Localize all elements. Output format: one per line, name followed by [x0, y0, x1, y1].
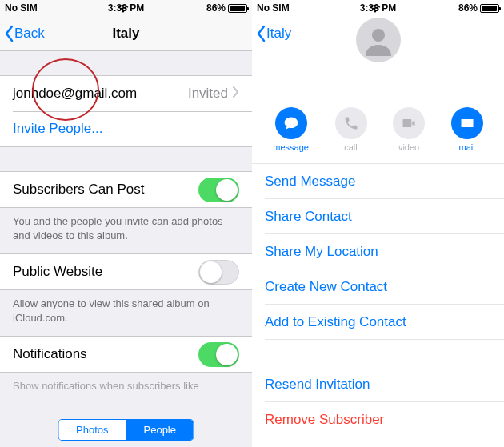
message-action[interactable]: message — [273, 107, 309, 152]
svg-point-0 — [372, 29, 385, 42]
subscribers-note: You and the people you invite can add ph… — [0, 208, 252, 253]
mail-action[interactable]: mail — [451, 107, 483, 152]
status-bar: No SIM 3:38 PM 86% — [0, 0, 252, 16]
people-group: jonhdoe@gmail.com Invited Invite People.… — [0, 75, 252, 147]
status-bar: No SIM 3:38 PM 86% — [252, 0, 504, 16]
public-website-note: Allow anyone to view this shared album o… — [0, 290, 252, 336]
chevron-right-icon — [233, 86, 239, 102]
segment-people[interactable]: People — [126, 420, 194, 440]
notifications-note: Show notifications when subscribers like — [0, 373, 252, 405]
call-action[interactable]: call — [335, 107, 367, 152]
create-contact-row[interactable]: Create New Contact — [252, 269, 504, 305]
back-label: Italy — [266, 26, 291, 42]
invite-people-button[interactable]: Invite People... — [0, 111, 252, 146]
subscribers-can-post-switch[interactable] — [198, 178, 239, 202]
battery-icon — [480, 4, 499, 13]
mail-icon — [459, 115, 475, 131]
video-icon — [401, 115, 417, 131]
add-to-existing-row[interactable]: Add to Existing Contact — [252, 305, 504, 340]
segment-photos[interactable]: Photos — [58, 420, 126, 440]
subscriber-row[interactable]: jonhdoe@gmail.com Invited — [0, 76, 252, 111]
contact-avatar — [356, 18, 401, 62]
battery-icon — [228, 4, 247, 13]
subscribers-can-post-row: Subscribers Can Post — [0, 172, 252, 207]
message-icon — [283, 115, 299, 131]
nav-bar: Back Italy — [0, 16, 252, 51]
resend-invitation-row[interactable]: Resend Invitation — [252, 367, 504, 402]
page-title: Italy — [0, 26, 252, 42]
subscriber-status: Invited — [188, 86, 228, 102]
clock: 3:38 PM — [252, 2, 504, 14]
remove-subscriber-row[interactable]: Remove Subscriber — [252, 402, 504, 437]
send-message-row[interactable]: Send Message — [252, 164, 504, 199]
subscriber-email: jonhdoe@gmail.com — [13, 86, 137, 102]
photos-people-segment[interactable]: Photos People — [58, 419, 194, 441]
public-website-row: Public Website — [0, 254, 252, 289]
phone-icon — [343, 115, 359, 131]
share-contact-row[interactable]: Share Contact — [252, 199, 504, 234]
video-action[interactable]: video — [393, 107, 425, 152]
clock: 3:38 PM — [0, 2, 252, 14]
notifications-switch[interactable] — [198, 342, 239, 367]
share-location-row[interactable]: Share My Location — [252, 234, 504, 269]
public-website-switch[interactable] — [198, 260, 239, 285]
back-button[interactable]: Italy — [252, 25, 291, 42]
album-settings-screen: No SIM 3:38 PM 86% Back Italy jonhdoe@gm… — [0, 0, 252, 447]
contact-action-row: message call video mail — [252, 51, 504, 164]
notifications-row: Notifications — [0, 337, 252, 372]
contact-detail-screen: No SIM 3:38 PM 86% Italy message — [252, 0, 504, 447]
